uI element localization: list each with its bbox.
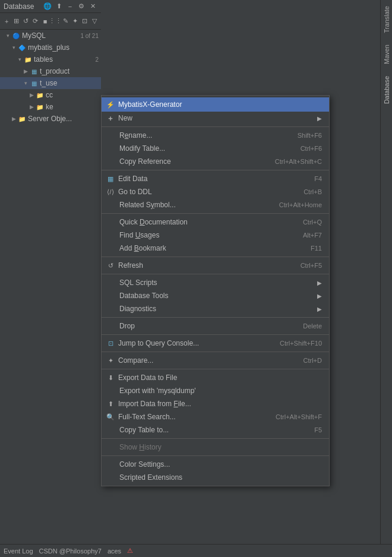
refresh-label: Refresh bbox=[118, 261, 289, 270]
arrow-tables: ▾ bbox=[17, 56, 23, 62]
menu-item-rename[interactable]: Rename... Shift+F6 bbox=[102, 129, 329, 142]
modify-table-shortcut: Ctrl+F6 bbox=[301, 145, 322, 152]
arrow-mysql: ▾ bbox=[5, 33, 11, 39]
tree-item-t-product[interactable]: ▶ ▦ t_product bbox=[0, 65, 101, 77]
separator-6 bbox=[102, 317, 329, 318]
diagnostics-label: Diagnostics bbox=[119, 305, 315, 313]
menu-item-database-tools[interactable]: Database Tools ▶ bbox=[102, 289, 329, 302]
status-bar: Event Log CSDN @Philosophy7 aces ⚠ bbox=[0, 544, 392, 557]
menu-item-refresh[interactable]: ↺ Refresh Ctrl+F5 bbox=[102, 259, 329, 272]
menu-item-export-mysqldump[interactable]: Export with 'mysqldump' bbox=[102, 384, 329, 397]
menu-item-related-symbol[interactable]: Related Symbol... Ctrl+Alt+Home bbox=[102, 198, 329, 211]
edit-icon[interactable]: ✎ bbox=[61, 17, 69, 26]
menu-item-copy-reference[interactable]: Copy Reference Ctrl+Alt+Shift+C bbox=[102, 155, 329, 168]
menu-item-add-bookmark[interactable]: Add Bookmark F11 bbox=[102, 242, 329, 255]
query-console-icon: ⊡ bbox=[105, 340, 116, 347]
edit-data-icon: ▦ bbox=[105, 175, 116, 183]
branch-icon[interactable]: ✦ bbox=[71, 17, 79, 26]
tree-label-server-objects: Server Obje... bbox=[28, 115, 72, 123]
minus-icon[interactable]: − bbox=[65, 2, 75, 11]
add-bookmark-label: Add Bookmark bbox=[119, 244, 299, 252]
tree-item-ke[interactable]: ▶ 📁 ke bbox=[0, 101, 101, 113]
drop-shortcut: Delete bbox=[303, 322, 322, 330]
gear-icon[interactable]: ⚙ bbox=[77, 2, 86, 11]
grid2-icon[interactable]: ⊞ bbox=[12, 17, 20, 26]
spaces-label: aces bbox=[108, 547, 121, 555]
import-file-label: Import Data from File... bbox=[118, 400, 322, 408]
add-bookmark-shortcut: F11 bbox=[311, 245, 322, 252]
tab-database[interactable]: Database bbox=[381, 70, 392, 110]
go-to-ddl-label: Go to DDL bbox=[118, 188, 292, 196]
tree-item-cc[interactable]: ▶ 📁 cc bbox=[0, 89, 101, 101]
separator-10 bbox=[102, 438, 329, 439]
panel-title: Database bbox=[4, 2, 34, 11]
sync-icon[interactable]: ⟳ bbox=[31, 17, 40, 26]
tree-label-ke: ke bbox=[46, 103, 53, 111]
menu-item-go-to-ddl[interactable]: ⟨/⟩ Go to DDL Ctrl+B bbox=[102, 185, 329, 198]
event-log-label[interactable]: Event Log bbox=[4, 547, 33, 555]
csdn-label: CSDN @Philosophy7 bbox=[39, 547, 102, 555]
console-icon[interactable]: ⊡ bbox=[81, 17, 89, 26]
menu-item-edit-data[interactable]: ▦ Edit Data F4 bbox=[102, 172, 329, 185]
add-icon[interactable]: + bbox=[2, 17, 11, 26]
close-panel-icon[interactable]: ✕ bbox=[88, 2, 97, 11]
filter-icon[interactable]: ▽ bbox=[90, 17, 99, 26]
menu-item-fulltext-search[interactable]: 🔍 Full-Text Search... Ctrl+Alt+Shift+F bbox=[102, 410, 329, 423]
menu-item-quick-doc[interactable]: Quick Documentation Ctrl+Q bbox=[102, 216, 329, 229]
menu-item-modify-table[interactable]: Modify Table... Ctrl+F6 bbox=[102, 142, 329, 155]
tree-panel: Database 🌐 ⬆ − ⚙ ✕ + ⊞ ↺ ⟳ ■ ⋮⋮ ✎ ✦ ⊡ ▽ … bbox=[0, 0, 101, 557]
compare-icon: ✦ bbox=[105, 357, 116, 365]
arrow-mybatis-plus: ▾ bbox=[11, 45, 17, 50]
menu-item-mybatisx-generator[interactable]: ⚡ MybatisX-Generator bbox=[102, 97, 329, 112]
menu-item-export-file[interactable]: ⬇ Export Data to File bbox=[102, 371, 329, 384]
columns-icon[interactable]: ⋮⋮ bbox=[50, 17, 60, 26]
menu-item-show-history[interactable]: Show History bbox=[102, 441, 329, 454]
drop-label: Drop bbox=[119, 322, 291, 330]
copy-table-label: Copy Table to... bbox=[119, 426, 302, 434]
stop-icon[interactable]: ■ bbox=[41, 17, 49, 26]
menu-item-import-file[interactable]: ⬆ Import Data from File... bbox=[102, 397, 329, 410]
go-to-ddl-shortcut: Ctrl+B bbox=[304, 188, 322, 195]
tree-item-server-objects[interactable]: ▶ 📁 Server Obje... bbox=[0, 113, 101, 125]
tree-item-tables[interactable]: ▾ 📁 tables 2 bbox=[0, 53, 101, 65]
menu-item-sql-scripts[interactable]: SQL Scripts ▶ bbox=[102, 276, 329, 289]
export-file-label: Export Data to File bbox=[118, 374, 322, 382]
upload-icon[interactable]: ⬆ bbox=[54, 2, 64, 11]
copy-reference-shortcut: Ctrl+Alt+Shift+C bbox=[275, 158, 322, 165]
arrow-server-objects: ▶ bbox=[11, 116, 17, 122]
mybatisx-icon: ⚡ bbox=[106, 101, 115, 109]
tab-maven[interactable]: Maven bbox=[381, 39, 392, 70]
fulltext-search-shortcut: Ctrl+Alt+Shift+F bbox=[276, 413, 322, 420]
new-arrow-icon: ▶ bbox=[317, 115, 322, 122]
ddl-icon: ⟨/⟩ bbox=[105, 188, 116, 196]
tab-translate[interactable]: Translate bbox=[381, 0, 392, 39]
panel-header: Database 🌐 ⬆ − ⚙ ✕ bbox=[0, 0, 101, 13]
related-symbol-shortcut: Ctrl+Alt+Home bbox=[279, 201, 322, 208]
tree-label-t-product: t_product bbox=[40, 67, 69, 75]
menu-item-diagnostics[interactable]: Diagnostics ▶ bbox=[102, 302, 329, 315]
fulltext-search-label: Full-Text Search... bbox=[118, 413, 264, 421]
menu-item-jump-query[interactable]: ⊡ Jump to Query Console... Ctrl+Shift+F1… bbox=[102, 337, 329, 350]
menu-item-drop[interactable]: Drop Delete bbox=[102, 319, 329, 333]
menu-item-copy-table[interactable]: Copy Table to... F5 bbox=[102, 423, 329, 436]
context-menu: ⚡ MybatisX-Generator + New ▶ Rename... S… bbox=[101, 95, 330, 486]
tree-item-mybatis-plus[interactable]: ▾ 🔷 mybatis_plus bbox=[0, 42, 101, 53]
scripted-extensions-label: Scripted Extensions bbox=[119, 473, 322, 482]
tree-item-t-user[interactable]: ▾ ▦ t_use bbox=[0, 77, 101, 89]
separator-11 bbox=[102, 455, 329, 456]
menu-item-new[interactable]: + New ▶ bbox=[102, 112, 329, 125]
refresh-icon[interactable]: ↺ bbox=[21, 17, 30, 26]
folder-icon-server: 📁 bbox=[18, 115, 26, 123]
separator-5 bbox=[102, 274, 329, 274]
modify-table-label: Modify Table... bbox=[119, 144, 289, 153]
menu-item-find-usages[interactable]: Find Usages Alt+F7 bbox=[102, 229, 329, 242]
tables-badge: 2 bbox=[95, 56, 99, 63]
menu-item-compare[interactable]: ✦ Compare... Ctrl+D bbox=[102, 354, 329, 367]
new-plus-icon: + bbox=[105, 114, 116, 123]
db-tools-arrow: ▶ bbox=[317, 293, 322, 299]
tree-item-mysql[interactable]: ▾ 🔵 MySQL 1 of 21 bbox=[0, 30, 101, 42]
menu-item-color-settings[interactable]: Color Settings... bbox=[102, 458, 329, 471]
globe-icon[interactable]: 🌐 bbox=[43, 2, 52, 11]
menu-item-scripted-extensions[interactable]: Scripted Extensions bbox=[102, 471, 329, 484]
mybatisx-label: MybatisX-Generator bbox=[118, 100, 322, 109]
